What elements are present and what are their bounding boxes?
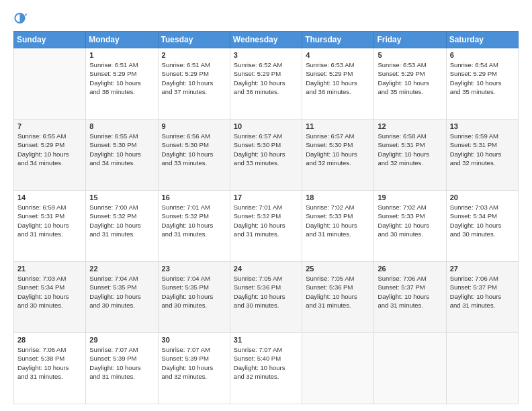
day-info: Sunrise: 7:06 AM Sunset: 5:37 PM Dayligh… — [378, 274, 442, 310]
day-number: 3 — [234, 51, 298, 59]
day-info: Sunrise: 7:05 AM Sunset: 5:36 PM Dayligh… — [234, 274, 298, 310]
calendar-cell: 29Sunrise: 7:07 AM Sunset: 5:39 PM Dayli… — [86, 333, 158, 404]
page: SundayMondayTuesdayWednesdayThursdayFrid… — [0, 0, 532, 411]
day-info: Sunrise: 6:55 AM Sunset: 5:30 PM Dayligh… — [89, 132, 154, 167]
day-info: Sunrise: 7:02 AM Sunset: 5:33 PM Dayligh… — [306, 203, 370, 238]
calendar-cell: 3Sunrise: 6:52 AM Sunset: 5:29 PM Daylig… — [230, 48, 302, 120]
calendar-cell: 9Sunrise: 6:56 AM Sunset: 5:30 PM Daylig… — [158, 120, 230, 191]
day-number: 13 — [450, 122, 515, 130]
day-number: 12 — [378, 122, 442, 130]
day-number: 1 — [89, 51, 154, 59]
day-number: 18 — [306, 193, 370, 201]
calendar-cell — [374, 333, 446, 404]
weekday-header-row: SundayMondayTuesdayWednesdayThursdayFrid… — [14, 32, 519, 48]
day-number: 31 — [234, 336, 298, 344]
day-number: 21 — [17, 265, 82, 273]
day-info: Sunrise: 7:07 AM Sunset: 5:39 PM Dayligh… — [162, 345, 226, 381]
day-number: 17 — [234, 193, 298, 201]
calendar-week-4: 21Sunrise: 7:03 AM Sunset: 5:34 PM Dayli… — [14, 262, 519, 333]
calendar-cell: 11Sunrise: 6:57 AM Sunset: 5:30 PM Dayli… — [302, 120, 374, 191]
day-number: 27 — [450, 265, 515, 273]
day-info: Sunrise: 6:53 AM Sunset: 5:29 PM Dayligh… — [378, 60, 442, 96]
day-info: Sunrise: 6:56 AM Sunset: 5:30 PM Dayligh… — [162, 132, 226, 167]
calendar-cell: 22Sunrise: 7:04 AM Sunset: 5:35 PM Dayli… — [86, 262, 158, 333]
day-number: 14 — [17, 193, 82, 201]
day-info: Sunrise: 6:51 AM Sunset: 5:29 PM Dayligh… — [89, 60, 154, 96]
calendar-cell: 21Sunrise: 7:03 AM Sunset: 5:34 PM Dayli… — [14, 262, 86, 333]
day-info: Sunrise: 6:55 AM Sunset: 5:29 PM Dayligh… — [17, 132, 82, 167]
day-number: 11 — [306, 122, 370, 130]
day-info: Sunrise: 6:57 AM Sunset: 5:30 PM Dayligh… — [306, 132, 370, 167]
calendar-cell — [14, 48, 86, 120]
day-info: Sunrise: 7:04 AM Sunset: 5:35 PM Dayligh… — [89, 274, 154, 310]
day-number: 19 — [378, 193, 442, 201]
calendar-cell: 27Sunrise: 7:06 AM Sunset: 5:37 PM Dayli… — [446, 262, 518, 333]
day-number: 20 — [450, 193, 515, 201]
calendar-cell: 10Sunrise: 6:57 AM Sunset: 5:30 PM Dayli… — [230, 120, 302, 191]
calendar-cell: 2Sunrise: 6:51 AM Sunset: 5:29 PM Daylig… — [158, 48, 230, 120]
day-info: Sunrise: 6:53 AM Sunset: 5:29 PM Dayligh… — [306, 60, 370, 96]
calendar-cell: 17Sunrise: 7:01 AM Sunset: 5:32 PM Dayli… — [230, 191, 302, 262]
day-number: 22 — [89, 265, 154, 273]
day-info: Sunrise: 7:06 AM Sunset: 5:38 PM Dayligh… — [17, 345, 82, 381]
day-number: 6 — [450, 51, 515, 59]
day-number: 5 — [378, 51, 442, 59]
calendar-cell: 30Sunrise: 7:07 AM Sunset: 5:39 PM Dayli… — [158, 333, 230, 404]
weekday-tuesday: Tuesday — [158, 32, 230, 48]
day-info: Sunrise: 7:07 AM Sunset: 5:40 PM Dayligh… — [234, 345, 298, 381]
day-info: Sunrise: 6:52 AM Sunset: 5:29 PM Dayligh… — [234, 60, 298, 96]
day-number: 26 — [378, 265, 442, 273]
weekday-thursday: Thursday — [302, 32, 374, 48]
calendar-cell: 7Sunrise: 6:55 AM Sunset: 5:29 PM Daylig… — [14, 120, 86, 191]
day-number: 16 — [162, 193, 226, 201]
day-number: 8 — [89, 122, 154, 130]
day-info: Sunrise: 7:02 AM Sunset: 5:33 PM Dayligh… — [378, 203, 442, 238]
day-info: Sunrise: 7:05 AM Sunset: 5:36 PM Dayligh… — [306, 274, 370, 310]
calendar-table: SundayMondayTuesdayWednesdayThursdayFrid… — [13, 31, 519, 404]
day-number: 25 — [306, 265, 370, 273]
day-number: 29 — [89, 336, 154, 344]
calendar-cell — [302, 333, 374, 404]
logo-icon — [13, 11, 28, 26]
day-info: Sunrise: 7:06 AM Sunset: 5:37 PM Dayligh… — [450, 274, 515, 310]
day-number: 30 — [162, 336, 226, 344]
calendar-cell: 19Sunrise: 7:02 AM Sunset: 5:33 PM Dayli… — [374, 191, 446, 262]
day-info: Sunrise: 7:03 AM Sunset: 5:34 PM Dayligh… — [17, 274, 82, 310]
calendar-cell: 12Sunrise: 6:58 AM Sunset: 5:31 PM Dayli… — [374, 120, 446, 191]
calendar-cell: 5Sunrise: 6:53 AM Sunset: 5:29 PM Daylig… — [374, 48, 446, 120]
day-number: 10 — [234, 122, 298, 130]
calendar-cell: 1Sunrise: 6:51 AM Sunset: 5:29 PM Daylig… — [86, 48, 158, 120]
calendar-cell: 31Sunrise: 7:07 AM Sunset: 5:40 PM Dayli… — [230, 333, 302, 404]
day-number: 24 — [234, 265, 298, 273]
calendar-cell: 8Sunrise: 6:55 AM Sunset: 5:30 PM Daylig… — [86, 120, 158, 191]
calendar-cell: 18Sunrise: 7:02 AM Sunset: 5:33 PM Dayli… — [302, 191, 374, 262]
weekday-friday: Friday — [374, 32, 446, 48]
weekday-monday: Monday — [86, 32, 158, 48]
calendar-cell — [446, 333, 518, 404]
calendar-cell: 26Sunrise: 7:06 AM Sunset: 5:37 PM Dayli… — [374, 262, 446, 333]
day-number: 7 — [17, 122, 82, 130]
calendar-week-5: 28Sunrise: 7:06 AM Sunset: 5:38 PM Dayli… — [14, 333, 519, 404]
day-info: Sunrise: 6:54 AM Sunset: 5:29 PM Dayligh… — [450, 60, 515, 96]
day-info: Sunrise: 7:00 AM Sunset: 5:32 PM Dayligh… — [89, 203, 154, 238]
weekday-sunday: Sunday — [14, 32, 86, 48]
weekday-wednesday: Wednesday — [230, 32, 302, 48]
calendar-cell: 4Sunrise: 6:53 AM Sunset: 5:29 PM Daylig… — [302, 48, 374, 120]
calendar-cell: 25Sunrise: 7:05 AM Sunset: 5:36 PM Dayli… — [302, 262, 374, 333]
day-info: Sunrise: 7:01 AM Sunset: 5:32 PM Dayligh… — [234, 203, 298, 238]
header — [13, 11, 519, 26]
day-info: Sunrise: 7:03 AM Sunset: 5:34 PM Dayligh… — [450, 203, 515, 238]
calendar-cell: 13Sunrise: 6:59 AM Sunset: 5:31 PM Dayli… — [446, 120, 518, 191]
day-number: 15 — [89, 193, 154, 201]
day-info: Sunrise: 7:01 AM Sunset: 5:32 PM Dayligh… — [162, 203, 226, 238]
day-info: Sunrise: 6:51 AM Sunset: 5:29 PM Dayligh… — [162, 60, 226, 96]
day-info: Sunrise: 7:07 AM Sunset: 5:39 PM Dayligh… — [89, 345, 154, 381]
weekday-saturday: Saturday — [446, 32, 518, 48]
day-info: Sunrise: 6:58 AM Sunset: 5:31 PM Dayligh… — [378, 132, 442, 167]
logo — [13, 11, 31, 26]
day-info: Sunrise: 6:59 AM Sunset: 5:31 PM Dayligh… — [450, 132, 515, 167]
day-info: Sunrise: 7:04 AM Sunset: 5:35 PM Dayligh… — [162, 274, 226, 310]
calendar-week-1: 1Sunrise: 6:51 AM Sunset: 5:29 PM Daylig… — [14, 48, 519, 120]
calendar-cell: 6Sunrise: 6:54 AM Sunset: 5:29 PM Daylig… — [446, 48, 518, 120]
day-info: Sunrise: 6:57 AM Sunset: 5:30 PM Dayligh… — [234, 132, 298, 167]
